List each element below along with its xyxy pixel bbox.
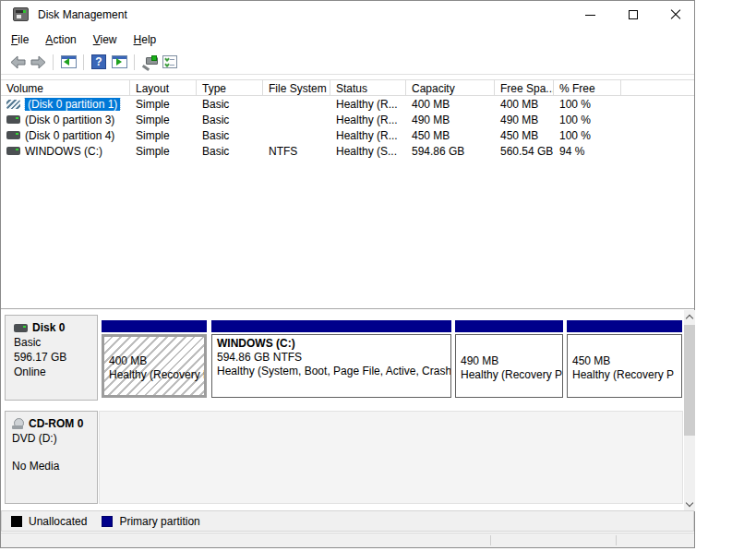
volume-list-header: Volume Layout Type File System Status Ca… [1, 79, 694, 96]
minimize-button[interactable] [574, 1, 606, 29]
column-header-layout[interactable]: Layout [130, 80, 197, 95]
cell-type: Basic [197, 129, 263, 142]
cell-type: Basic [197, 98, 263, 111]
volume-icon [6, 115, 20, 124]
partition-block-recovery-450mb[interactable]: 450 MB Healthy (Recovery P [567, 320, 682, 398]
cell-percent-free: 100 % [554, 98, 621, 111]
volume-row-disk0-partition4[interactable]: (Disk 0 partition 4) Simple Basic Health… [1, 127, 694, 143]
primary-partition-band [455, 320, 563, 332]
partition-status: Healthy (Recovery P [109, 368, 199, 382]
cell-type: Basic [197, 114, 263, 126]
volume-icon [6, 131, 20, 139]
menu-file[interactable]: File [3, 30, 37, 49]
cell-percent-free: 100 % [554, 129, 621, 142]
partition-size: 450 MB [572, 354, 677, 368]
partition-size: 594.86 GB NTFS [217, 351, 446, 365]
column-header-status[interactable]: Status [330, 80, 406, 95]
column-header-filler [621, 80, 694, 95]
maximize-icon [629, 10, 638, 19]
partition-box[interactable]: WINDOWS (C:) 594.86 GB NTFS Healthy (Sys… [211, 334, 451, 398]
properties-list-button[interactable] [160, 53, 180, 71]
volume-row-windows-c[interactable]: WINDOWS (C:) Simple Basic NTFS Healthy (… [1, 143, 694, 159]
back-button[interactable] [7, 53, 28, 71]
volume-row-disk0-partition1[interactable]: (Disk 0 partition 1) Simple Basic Health… [1, 96, 694, 112]
column-header-type[interactable]: Type [197, 80, 263, 95]
menu-help[interactable]: Help [126, 30, 165, 49]
cell-capacity: 490 MB [406, 114, 495, 126]
menu-bar: File Action View Help [1, 29, 694, 50]
partition-status: Healthy (Recovery P [572, 368, 677, 382]
vertical-scrollbar[interactable] [684, 310, 695, 511]
volume-name[interactable]: (Disk 0 partition 4) [25, 129, 114, 142]
cell-free-space: 490 MB [495, 114, 554, 126]
maximize-button[interactable] [618, 1, 649, 29]
primary-partition-band [102, 320, 207, 332]
volume-name[interactable]: WINDOWS (C:) [25, 145, 102, 158]
column-header-capacity[interactable]: Capacity [406, 80, 495, 95]
cell-capacity: 594.86 GB [406, 145, 495, 158]
cdrom0-empty-track[interactable] [99, 411, 683, 504]
properties-list-icon [162, 55, 177, 68]
cell-layout: Simple [130, 98, 197, 111]
volume-name-selected[interactable]: (Disk 0 partition 1) [25, 98, 120, 111]
partition-size: 490 MB [461, 354, 558, 368]
show-action-pane-button[interactable] [109, 53, 129, 71]
cell-layout: Simple [130, 114, 197, 126]
column-header-file-system[interactable]: File System [263, 80, 330, 95]
graphical-view-pane: Disk 0 Basic 596.17 GB Online 400 MB Hea… [1, 308, 694, 510]
scroll-down-button[interactable] [684, 497, 695, 511]
chevron-down-icon [686, 499, 693, 507]
partition-block-recovery-400mb[interactable]: 400 MB Healthy (Recovery P [102, 320, 207, 398]
action-pane-icon [112, 55, 127, 68]
cell-free-space: 560.54 GB [495, 145, 554, 158]
primary-partition-swatch [102, 516, 113, 527]
column-header-volume[interactable]: Volume [1, 80, 130, 95]
window-title: Disk Management [38, 8, 127, 21]
cell-file-system: NTFS [263, 145, 330, 158]
help-button[interactable]: ? [89, 53, 109, 71]
volume-name[interactable]: (Disk 0 partition 3) [25, 114, 114, 126]
column-header-free-space[interactable]: Free Spa... [495, 80, 554, 95]
cell-percent-free: 100 % [554, 114, 621, 126]
selected-volume-icon [6, 100, 20, 109]
primary-partition-band [211, 320, 451, 332]
minimize-icon [585, 15, 595, 16]
help-icon: ? [91, 54, 106, 69]
forward-button[interactable] [28, 53, 48, 71]
partition-block-windows-c[interactable]: WINDOWS (C:) 594.86 GB NTFS Healthy (Sys… [211, 320, 451, 398]
chevron-up-icon [686, 315, 693, 322]
cd-rom-icon [12, 418, 25, 429]
disk0-type: Basic [14, 335, 97, 350]
show-console-tree-button[interactable] [58, 53, 78, 71]
partition-box-selected[interactable]: 400 MB Healthy (Recovery P [102, 334, 207, 398]
primary-partition-band [567, 320, 682, 332]
rescan-disks-button[interactable] [139, 53, 160, 71]
partition-box[interactable]: 450 MB Healthy (Recovery P [567, 334, 682, 398]
partition-status: Healthy (Recovery P [461, 368, 558, 382]
cdrom0-header-panel[interactable]: CD-ROM 0 DVD (D:) No Media [5, 411, 98, 504]
rescan-disks-icon [142, 55, 158, 69]
partition-status: Healthy (System, Boot, Page File, Active… [217, 365, 446, 378]
scroll-up-button[interactable] [684, 310, 695, 324]
legend-unallocated-label: Unallocated [29, 515, 87, 528]
cell-free-space: 400 MB [495, 98, 554, 111]
column-header-percent-free[interactable]: % Free [554, 80, 621, 95]
cell-capacity: 450 MB [406, 129, 495, 142]
cell-type: Basic [197, 145, 263, 158]
menu-view[interactable]: View [85, 30, 126, 49]
hard-disk-icon [14, 324, 28, 332]
close-button[interactable] [660, 1, 691, 29]
partition-size: 400 MB [109, 354, 199, 368]
disk-management-window: Disk Management File Action View Help ? [0, 0, 695, 548]
partition-block-recovery-490mb[interactable]: 490 MB Healthy (Recovery P [455, 320, 563, 398]
title-bar[interactable]: Disk Management [1, 1, 694, 29]
partition-box[interactable]: 490 MB Healthy (Recovery P [455, 334, 563, 398]
volume-row-disk0-partition3[interactable]: (Disk 0 partition 3) Simple Basic Health… [1, 112, 694, 127]
disk0-header-panel[interactable]: Disk 0 Basic 596.17 GB Online [5, 315, 98, 401]
menu-action[interactable]: Action [37, 30, 84, 49]
legend-bar: Unallocated Primary partition [1, 510, 694, 532]
cell-capacity: 400 MB [406, 98, 495, 111]
scrollbar-thumb[interactable] [684, 325, 695, 436]
cell-layout: Simple [130, 129, 197, 142]
volume-icon [6, 147, 20, 155]
